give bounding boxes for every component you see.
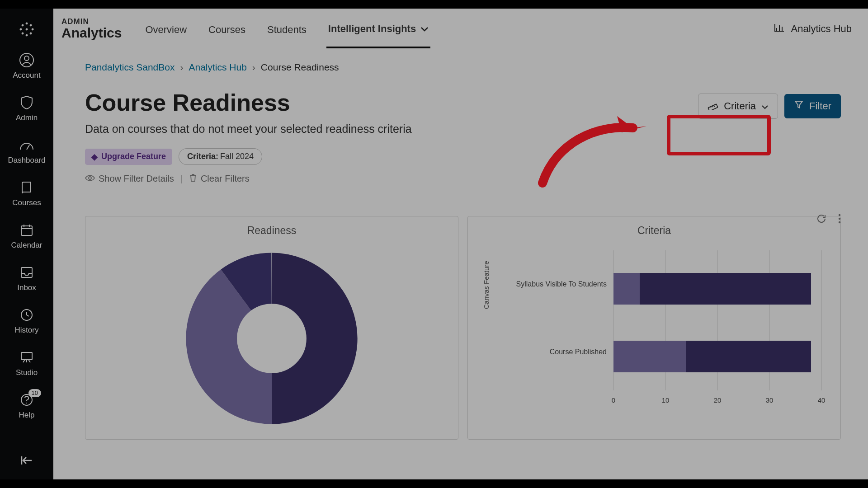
shield-icon — [19, 94, 35, 111]
tab-students[interactable]: Students — [265, 10, 308, 47]
chevron-down-icon — [761, 100, 769, 112]
sidebar-item-dashboard[interactable]: Dashboard — [0, 135, 53, 167]
panel-title: Criteria — [478, 225, 830, 237]
sidebar-item-label: Admin — [16, 113, 38, 122]
svg-point-10 — [24, 56, 29, 61]
criteria-chip[interactable]: Criteria:Fall 2024 — [179, 148, 262, 165]
sidebar-item-history[interactable]: History — [0, 305, 53, 337]
brand-title: ADMIN Analytics — [61, 17, 122, 41]
global-nav-sidebar: Account Admin Dashboard Courses Calendar… — [0, 9, 53, 479]
sidebar-item-inbox[interactable]: Inbox — [0, 263, 53, 294]
y-axis-label: Canvas Feature — [482, 261, 490, 309]
top-bar: ADMIN Analytics Overview Courses Student… — [53, 9, 868, 49]
page-subtitle: Data on courses that do not meet your se… — [85, 122, 412, 136]
sidebar-item-calendar[interactable]: Calendar — [0, 220, 53, 252]
trash-icon — [189, 173, 197, 184]
svg-point-16 — [26, 403, 27, 404]
svg-point-0 — [26, 22, 28, 24]
tab-courses[interactable]: Courses — [207, 10, 247, 47]
tab-overview[interactable]: Overview — [143, 10, 189, 47]
breadcrumb: Pandalytics SandBox › Analytics Hub › Co… — [85, 62, 841, 73]
filter-button[interactable]: Filter — [784, 94, 841, 118]
sidebar-item-label: Courses — [12, 198, 41, 207]
bar-category-label: Course Published — [505, 348, 607, 356]
sidebar-item-label: Calendar — [11, 241, 42, 250]
svg-point-18 — [89, 177, 91, 179]
svg-point-6 — [22, 33, 24, 35]
readiness-panel: Readiness — [85, 216, 458, 440]
calendar-icon — [19, 222, 35, 238]
clock-icon — [19, 307, 35, 323]
breadcrumb-link[interactable]: Pandalytics SandBox — [85, 62, 175, 73]
svg-point-20 — [839, 218, 840, 220]
bar-chart-icon — [774, 23, 785, 35]
chevron-down-icon — [420, 23, 429, 35]
analytics-hub-link[interactable]: Analytics Hub — [774, 23, 852, 35]
sidebar-item-label: Studio — [16, 368, 38, 377]
canvas-logo[interactable] — [0, 19, 53, 39]
svg-point-8 — [26, 28, 28, 31]
help-icon: 10 — [19, 392, 35, 408]
clear-filters-link[interactable]: Clear Filters — [189, 173, 250, 184]
tab-intelligent-insights[interactable]: Intelligent Insights — [326, 9, 430, 48]
criteria-panel: Criteria Canvas Feature Syllabus Visible… — [467, 216, 841, 440]
readiness-donut-chart — [179, 246, 364, 431]
sidebar-item-courses[interactable]: Courses — [0, 178, 53, 209]
funnel-icon — [794, 100, 804, 113]
sidebar-item-studio[interactable]: Studio — [0, 347, 53, 379]
inbox-icon — [19, 264, 35, 281]
shield-plus-icon: ◆ — [91, 152, 98, 162]
criteria-bar-chart: Canvas Feature Syllabus Visible To Stude… — [505, 246, 830, 408]
sidebar-item-label: Account — [13, 71, 40, 80]
breadcrumb-current: Course Readiness — [261, 62, 339, 73]
svg-point-7 — [30, 33, 32, 35]
user-circle-icon — [19, 52, 35, 68]
svg-rect-11 — [21, 226, 32, 235]
svg-point-2 — [19, 28, 22, 31]
more-menu-button[interactable] — [838, 214, 841, 225]
eye-icon — [85, 174, 95, 184]
svg-point-4 — [22, 24, 24, 27]
primary-tabs: Overview Courses Students Intelligent In… — [143, 9, 430, 49]
panel-title: Readiness — [95, 225, 448, 237]
sidebar-item-admin[interactable]: Admin — [0, 93, 53, 124]
sidebar-item-label: Inbox — [17, 283, 36, 292]
svg-rect-12 — [21, 267, 32, 277]
page-title: Course Readiness — [85, 89, 412, 116]
criteria-button[interactable]: Criteria — [698, 94, 778, 119]
sidebar-item-help[interactable]: 10 Help — [0, 390, 53, 422]
notification-badge: 10 — [28, 389, 41, 397]
book-icon — [19, 179, 35, 196]
gauge-icon — [19, 137, 35, 153]
chevron-right-icon: › — [252, 62, 255, 73]
svg-point-1 — [26, 34, 28, 37]
refresh-button[interactable] — [816, 214, 826, 225]
presentation-icon — [19, 349, 35, 366]
bar-category-label: Syllabus Visible To Students — [505, 280, 607, 288]
upgrade-feature-badge[interactable]: ◆ Upgrade Feature — [85, 149, 172, 165]
chevron-right-icon: › — [180, 62, 183, 73]
sidebar-item-label: Dashboard — [8, 156, 45, 165]
svg-point-19 — [839, 214, 840, 216]
sidebar-item-account[interactable]: Account — [0, 50, 53, 82]
collapse-sidebar-button[interactable] — [0, 450, 53, 470]
sidebar-item-label: History — [15, 326, 39, 335]
ruler-icon — [708, 99, 718, 113]
collapse-icon — [19, 452, 35, 469]
svg-rect-17 — [708, 104, 718, 110]
svg-point-21 — [839, 221, 840, 223]
svg-rect-14 — [21, 352, 32, 360]
svg-point-5 — [30, 24, 32, 27]
sidebar-item-label: Help — [19, 411, 35, 420]
breadcrumb-link[interactable]: Analytics Hub — [189, 62, 246, 73]
svg-point-3 — [32, 28, 34, 31]
show-filter-details-link[interactable]: Show Filter Details — [85, 174, 174, 184]
